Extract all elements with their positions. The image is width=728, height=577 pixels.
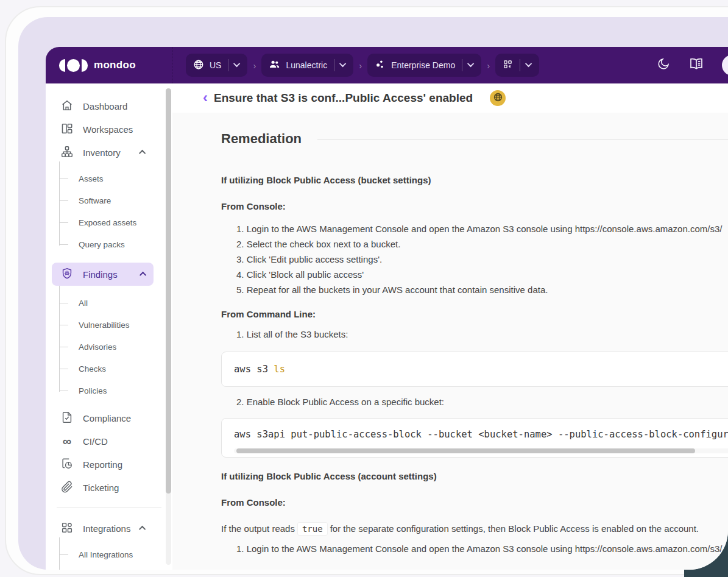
top-nav-bar: mondoo US › Lunalectric (46, 47, 728, 83)
chevron-down-icon (233, 60, 240, 66)
sidebar-item-all-integrations[interactable]: All Integrations (46, 543, 172, 565)
mondoo-logo[interactable]: mondoo (46, 47, 172, 83)
from-console-label: From Console: (221, 201, 728, 211)
sidebar-item-reporting[interactable]: Reporting (46, 453, 172, 476)
moon-icon (657, 57, 670, 73)
org-label: Lunalectric (286, 60, 327, 70)
book-icon (689, 57, 704, 74)
remediation-content: Remediation If utilizing Block Public Ac… (172, 113, 728, 554)
breadcrumb-separator: › (359, 60, 362, 71)
chevron-up-icon (140, 272, 146, 278)
page-title: Ensure that S3 is conf...Public Access' … (214, 91, 473, 105)
sidebar-item-label: Reporting (83, 459, 122, 470)
chip-divider (462, 59, 462, 71)
screenshot-frame: mondoo US › Lunalectric (0, 0, 728, 577)
sidebar-item-label: Findings (83, 269, 118, 280)
document-check-icon (60, 411, 74, 426)
sidebar-item-all[interactable]: All (46, 292, 172, 314)
integrations-blocks-icon (60, 521, 74, 536)
people-icon (269, 58, 280, 72)
code-horizontal-scrollbar[interactable] (234, 448, 728, 453)
inventory-subitems: Assets Software Exposed assets Query pac… (46, 164, 172, 260)
findings-subitems: All Vulnerabilities Advisories Checks Po… (46, 288, 172, 406)
workspace-selector[interactable] (495, 54, 539, 77)
sidebar-item-exposed-assets[interactable]: Exposed assets (46, 211, 172, 233)
sidebar-item-label: Inventory (83, 147, 121, 158)
dark-mode-toggle[interactable] (656, 58, 671, 73)
sidebar-item-add-new-integration[interactable]: Add New Integration (46, 565, 172, 570)
highlighted-token: ls (274, 364, 285, 375)
sidebar-item-workspaces[interactable]: Workspaces (46, 118, 172, 141)
breadcrumb: US › Lunalectric › (172, 54, 539, 77)
region-label: US (210, 60, 221, 70)
sidebar-item-software[interactable]: Software (46, 189, 172, 211)
code-scrollbar-thumb[interactable] (236, 448, 695, 453)
from-console-label: From Console: (221, 497, 728, 508)
globe-icon (193, 59, 204, 72)
sidebar-item-cicd[interactable]: ∞ CI/CD (46, 430, 172, 453)
sidebar-item-ticketing[interactable]: Ticketing (46, 476, 172, 499)
home-icon (60, 99, 74, 114)
docs-button[interactable] (689, 58, 704, 73)
chevron-up-icon (139, 526, 146, 533)
heading-divider (317, 139, 728, 140)
header-actions (656, 55, 728, 76)
sidebar-item-integrations[interactable]: Integrations (46, 517, 172, 540)
sidebar-item-label: Compliance (83, 413, 131, 423)
code-block-s3-ls: aws s3 ls (221, 352, 728, 387)
sidebar-item-query-packs[interactable]: Query packs (46, 233, 172, 255)
chevron-down-icon (339, 60, 346, 66)
list-item: 1. List all of the S3 buckets: (221, 329, 728, 339)
app-window: mondoo US › Lunalectric (46, 47, 728, 570)
sidebar-item-advisories[interactable]: Advisories (46, 336, 172, 358)
chip-divider (520, 59, 520, 71)
list-item: 1. Login to the AWS Management Console a… (221, 543, 728, 554)
sidebar-scrollbar[interactable] (166, 88, 171, 565)
chip-divider (228, 59, 228, 71)
internet-exposed-badge (490, 90, 506, 106)
org-selector[interactable]: Lunalectric (261, 54, 353, 77)
chevron-down-icon (525, 60, 532, 66)
sidebar-item-findings[interactable]: Findings (52, 263, 154, 286)
sidebar-item-inventory[interactable]: Inventory (46, 141, 172, 164)
shield-bug-icon (60, 267, 74, 282)
subsection-title: If utilizing Block Public Access (bucket… (221, 175, 728, 185)
space-selector[interactable]: Enterprise Demo (367, 54, 481, 77)
console-steps-list: 1. Login to the AWS Management Console a… (221, 221, 728, 297)
list-item: 5. Repeat for all the buckets in your AW… (221, 282, 728, 297)
back-button[interactable]: ‹ (203, 90, 208, 105)
chip-divider (334, 59, 334, 71)
subsection-title: If utilizing Block Public Access (accoun… (221, 471, 728, 481)
breadcrumb-separator: › (253, 60, 256, 71)
sidebar-item-label: Ticketing (83, 483, 119, 493)
list-item: 3. Click 'Edit public access settings'. (221, 252, 728, 267)
inventory-sitemap-icon (60, 145, 74, 160)
paperclip-icon (60, 480, 74, 495)
region-selector[interactable]: US (186, 54, 247, 77)
inline-code-true: true (297, 522, 328, 536)
sidebar-item-checks[interactable]: Checks (46, 358, 172, 380)
list-item: 2. Enable Block Public Access on a speci… (221, 397, 728, 407)
sidebar-divider (57, 508, 161, 508)
sidebar-item-compliance[interactable]: Compliance (46, 406, 172, 430)
chevron-down-icon (467, 60, 474, 66)
code-block-put-public-access: aws s3api put-public-access-block --buck… (221, 418, 728, 458)
section-heading: Remediation (221, 131, 302, 147)
list-item: 1. Login to the AWS Management Console a… (221, 221, 728, 236)
sidebar: Dashboard Workspaces Inventory Assets So… (46, 83, 172, 570)
sidebar-item-dashboard[interactable]: Dashboard (46, 94, 172, 118)
globe-badge-icon (493, 92, 503, 105)
finding-title-bar: ‹ Ensure that S3 is conf...Public Access… (172, 83, 728, 113)
avatar[interactable] (722, 55, 728, 76)
report-pie-icon (60, 457, 74, 472)
integrations-subitems: All Integrations Add New Integration (46, 540, 172, 570)
list-item: 4. Click 'Block all public access' (221, 267, 728, 282)
chevron-up-icon (139, 150, 146, 157)
sidebar-item-policies[interactable]: Policies (46, 380, 172, 402)
sidebar-item-assets[interactable]: Assets (46, 168, 172, 189)
list-item: 2. Select the check box next to a bucket… (221, 236, 728, 252)
sidebar-item-vulnerabilities[interactable]: Vulnerabilities (46, 314, 172, 336)
cluster-dots-icon (375, 59, 386, 72)
sidebar-scrollbar-thumb[interactable] (166, 88, 171, 494)
grid-qr-icon (503, 59, 513, 71)
